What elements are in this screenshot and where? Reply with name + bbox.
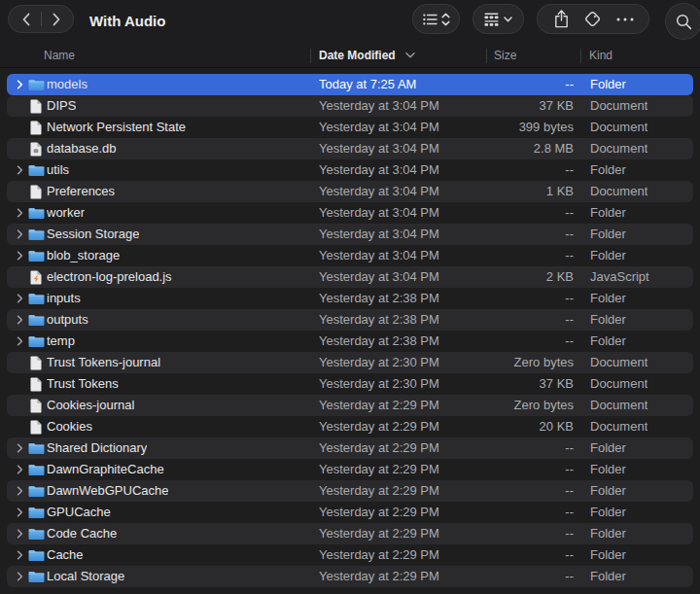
file-row[interactable]: outputsYesterday at 2:38 PM--Folder: [7, 309, 693, 331]
file-kind: Folder: [590, 437, 626, 459]
file-kind: Folder: [590, 202, 626, 224]
disclosure-chevron-right-icon[interactable]: [14, 245, 25, 266]
disclosure-chevron-right-icon[interactable]: [14, 480, 25, 502]
file-size: 1 KB: [425, 181, 574, 202]
file-row[interactable]: CookiesYesterday at 2:29 PM20 KBDocument: [7, 416, 693, 437]
disclosure-chevron-right-icon[interactable]: [14, 159, 25, 181]
file-date-modified: Yesterday at 2:29 PM: [319, 523, 439, 544]
search-button[interactable]: [665, 3, 700, 40]
column-divider[interactable]: [310, 49, 311, 63]
file-list: modelsToday at 7:25 AM--FolderDIPSYester…: [0, 68, 700, 587]
file-size: --: [425, 459, 574, 480]
disclosure-chevron-right-icon[interactable]: [14, 566, 25, 587]
file-row[interactable]: inputsYesterday at 2:38 PM--Folder: [7, 288, 693, 309]
file-row[interactable]: utilsYesterday at 3:04 PM--Folder: [7, 159, 693, 181]
file-size: 2.8 MB: [425, 138, 574, 159]
file-size: --: [425, 245, 574, 266]
document-icon: [26, 95, 46, 117]
file-row[interactable]: tempYesterday at 2:38 PM--Folder: [7, 331, 693, 352]
file-date-modified: Yesterday at 3:04 PM: [319, 224, 439, 245]
disclosure-chevron-right-icon[interactable]: [14, 502, 25, 523]
folder-icon: [26, 459, 46, 480]
file-row[interactable]: Local StorageYesterday at 2:29 PM--Folde…: [7, 566, 693, 587]
javascript-document-icon: [26, 266, 46, 288]
file-date-modified: Yesterday at 2:38 PM: [319, 309, 439, 331]
chevron-left-icon: [22, 13, 30, 26]
file-date-modified: Yesterday at 3:04 PM: [319, 245, 439, 266]
file-size: --: [425, 480, 574, 502]
file-kind: Folder: [590, 159, 626, 181]
file-row[interactable]: CacheYesterday at 2:29 PM--Folder: [7, 544, 693, 566]
file-row[interactable]: PreferencesYesterday at 3:04 PM1 KBDocum…: [7, 181, 693, 202]
file-name: temp: [47, 331, 75, 352]
file-name: Shared Dictionary: [47, 437, 147, 459]
column-header-kind[interactable]: Kind: [589, 45, 612, 67]
folder-icon: [26, 288, 46, 309]
search-icon: [676, 14, 692, 30]
file-row[interactable]: workerYesterday at 3:04 PM--Folder: [7, 202, 693, 224]
file-row[interactable]: database.dbYesterday at 3:04 PM2.8 MBDoc…: [7, 138, 693, 159]
column-divider[interactable]: [580, 49, 581, 63]
file-kind: Folder: [590, 288, 626, 309]
ellipsis-icon: [616, 17, 634, 21]
column-header-size[interactable]: Size: [494, 45, 516, 67]
disclosure-chevron-right-icon[interactable]: [14, 224, 25, 245]
file-date-modified: Yesterday at 2:29 PM: [319, 480, 439, 502]
file-row[interactable]: Network Persistent StateYesterday at 3:0…: [7, 117, 693, 138]
file-row[interactable]: Shared DictionaryYesterday at 2:29 PM--F…: [7, 437, 693, 459]
share-button[interactable]: [545, 5, 577, 33]
disclosure-chevron-right-icon[interactable]: [14, 331, 25, 352]
file-row[interactable]: Cookies-journalYesterday at 2:29 PMZero …: [7, 395, 693, 416]
disclosure-chevron-right-icon[interactable]: [14, 74, 25, 95]
file-row[interactable]: GPUCacheYesterday at 2:29 PM--Folder: [7, 502, 693, 523]
file-row[interactable]: DawnWebGPUCacheYesterday at 2:29 PM--Fol…: [7, 480, 693, 502]
more-button[interactable]: [610, 5, 641, 33]
disclosure-chevron-right-icon[interactable]: [14, 459, 25, 480]
file-row[interactable]: Code CacheYesterday at 2:29 PM--Folder: [7, 523, 693, 544]
disclosure-chevron-right-icon[interactable]: [14, 288, 25, 309]
file-row[interactable]: electron-log-preload.jsYesterday at 3:04…: [7, 266, 693, 288]
document-icon: [26, 373, 46, 395]
column-header-name[interactable]: Name: [44, 45, 75, 67]
view-mode-button[interactable]: [412, 4, 460, 34]
file-row[interactable]: Trust TokensYesterday at 2:30 PM37 KBDoc…: [7, 373, 693, 395]
disclosure-chevron-right-icon[interactable]: [14, 437, 25, 459]
folder-icon: [26, 480, 46, 502]
file-row[interactable]: Trust Tokens-journalYesterday at 2:30 PM…: [7, 352, 693, 373]
window-title: With Audio: [89, 0, 165, 45]
file-row[interactable]: DawnGraphiteCacheYesterday at 2:29 PM--F…: [7, 459, 693, 480]
list-view-icon: [423, 13, 438, 26]
file-date-modified: Yesterday at 3:04 PM: [319, 95, 439, 117]
tag-button[interactable]: [578, 5, 609, 33]
actions-group: [537, 4, 649, 34]
forward-button[interactable]: [42, 6, 71, 32]
file-row[interactable]: Session StorageYesterday at 3:04 PM--Fol…: [7, 224, 693, 245]
document-icon: [26, 117, 46, 138]
tag-icon: [583, 10, 602, 28]
disclosure-chevron-right-icon[interactable]: [14, 202, 25, 224]
database-document-icon: [26, 138, 46, 159]
group-view-button[interactable]: [472, 4, 524, 34]
file-row[interactable]: blob_storageYesterday at 3:04 PM--Folder: [7, 245, 693, 266]
nav-buttons: [8, 5, 74, 33]
file-row[interactable]: DIPSYesterday at 3:04 PM37 KBDocument: [7, 95, 693, 117]
file-name: database.db: [47, 138, 117, 159]
file-row[interactable]: modelsToday at 7:25 AM--Folder: [7, 74, 693, 95]
back-button[interactable]: [12, 6, 41, 32]
file-date-modified: Today at 7:25 AM: [319, 74, 416, 95]
folder-icon: [26, 159, 46, 181]
file-kind: Document: [590, 395, 648, 416]
file-size: --: [425, 309, 574, 331]
column-header-date-modified[interactable]: Date Modified: [319, 45, 415, 67]
group-view-icon: [484, 13, 499, 26]
file-date-modified: Yesterday at 2:29 PM: [319, 566, 439, 587]
file-kind: Document: [590, 95, 648, 117]
disclosure-chevron-right-icon[interactable]: [14, 523, 25, 544]
document-icon: [26, 181, 46, 202]
disclosure-chevron-right-icon[interactable]: [14, 544, 25, 566]
column-divider[interactable]: [486, 49, 487, 63]
disclosure-chevron-right-icon[interactable]: [14, 309, 25, 331]
chevron-right-icon: [52, 13, 60, 26]
file-name: Session Storage: [47, 224, 139, 245]
folder-icon: [26, 74, 46, 95]
